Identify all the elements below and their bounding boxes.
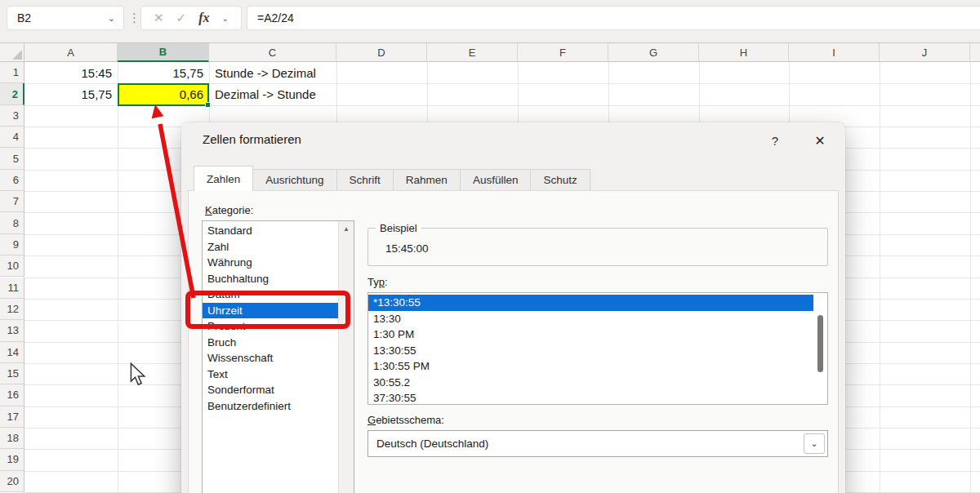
formula-bar: B2 ⌄ ⋮ ✕ ✓ fx ⌄ =A2/24 [0, 0, 980, 42]
cell-B1[interactable]: 15,75 [118, 62, 209, 83]
type-scrollbar-thumb[interactable] [817, 315, 823, 372]
row-header-12[interactable]: 12 [0, 299, 24, 320]
category-item-standard[interactable]: Standard [203, 223, 338, 239]
insert-function-icon[interactable]: fx [198, 11, 209, 25]
tab-rahmen[interactable]: Rahmen [393, 169, 461, 191]
type-item-13-30-55[interactable]: 13:30:55 [368, 343, 813, 359]
help-button[interactable]: ? [765, 131, 785, 150]
formula-input[interactable]: =A2/24 [247, 6, 980, 30]
category-item-w-hrung[interactable]: Währung [203, 255, 338, 271]
category-item-prozent[interactable]: Prozent [203, 318, 338, 335]
row-header-8[interactable]: 8 [0, 212, 24, 233]
combobox-chevron-icon[interactable]: ⌄ [804, 433, 825, 454]
excel-window: { "colors": { "excel_green": "#107c41", … [0, 0, 980, 493]
cell-A2[interactable]: 15,75 [24, 83, 118, 104]
row-header-17[interactable]: 17 [0, 406, 24, 428]
locale-value: Deutsch (Deutschland) [376, 437, 488, 450]
column-header-h[interactable]: H [699, 42, 789, 62]
cell-C2[interactable]: Dezimal -> Stunde [209, 83, 336, 104]
type-item-1-30-pm[interactable]: 1:30 PM [368, 326, 813, 343]
type-item-1-30-55-pm[interactable]: 1:30:55 PM [368, 358, 813, 375]
name-box[interactable]: B2 ⌄ [7, 6, 124, 30]
row-header-16[interactable]: 16 [0, 384, 24, 406]
row-header-15[interactable]: 15 [0, 363, 24, 384]
type-item-13-30[interactable]: 13:30 [368, 311, 813, 327]
row-header-3[interactable]: 3 [0, 105, 24, 127]
row-header-13[interactable]: 13 [0, 320, 24, 341]
column-header-c[interactable]: C [209, 42, 336, 62]
category-item-bruch[interactable]: Bruch [203, 335, 338, 351]
category-item-wissenschaft[interactable]: Wissenschaft [203, 350, 338, 366]
column-header-d[interactable]: D [336, 42, 427, 62]
row-header-10[interactable]: 10 [0, 255, 24, 277]
column-header-b[interactable]: B [118, 42, 209, 62]
column-header-i[interactable]: I [789, 42, 880, 62]
row-header-11[interactable]: 11 [0, 278, 24, 299]
tab-ausrichtung[interactable]: Ausrichtung [252, 169, 336, 191]
cell-A1[interactable]: 15:45 [24, 62, 118, 83]
type-item-13-30-55[interactable]: *13:30:55 [368, 295, 813, 311]
category-scrollbar[interactable]: ▲ [338, 221, 354, 493]
formula-buttons: ✕ ✓ fx ⌄ [140, 6, 242, 30]
type-listbox[interactable]: *13:30:5513:301:30 PM13:30:551:30:55 PM3… [368, 292, 828, 405]
row-header-18[interactable]: 18 [0, 428, 24, 449]
tab-zahlen[interactable]: Zahlen [194, 166, 253, 191]
example-value: 15:45:00 [385, 242, 429, 255]
column-header-a[interactable]: A [24, 42, 118, 62]
more-options-icon[interactable]: ⋮ [128, 6, 140, 30]
tab-schrift[interactable]: Schrift [336, 169, 394, 191]
dialog-title: Zellen formatieren [203, 132, 301, 146]
tab-ausf-llen[interactable]: Ausfüllen [460, 169, 532, 191]
category-label: Kategorie: [205, 204, 253, 216]
row-header-7[interactable]: 7 [0, 191, 24, 212]
row-header-5[interactable]: 5 [0, 148, 24, 169]
column-header-j[interactable]: J [880, 42, 970, 62]
category-item-buchhaltung[interactable]: Buchhaltung [203, 271, 338, 287]
cancel-icon[interactable]: ✕ [154, 11, 164, 25]
row-header-4[interactable]: 4 [0, 127, 24, 148]
example-label: Beispiel [376, 222, 421, 234]
row-header-20[interactable]: 20 [0, 471, 24, 492]
row-header-14[interactable]: 14 [0, 342, 24, 363]
name-box-chevron-icon[interactable]: ⌄ [108, 13, 115, 24]
type-label: Typ: [368, 276, 388, 288]
row-header-6[interactable]: 6 [0, 170, 24, 191]
fill-handle[interactable] [205, 102, 211, 108]
close-button[interactable]: ✕ [808, 129, 832, 152]
tab-schutz[interactable]: Schutz [530, 169, 590, 191]
category-item-text[interactable]: Text [203, 366, 338, 383]
scroll-up-icon[interactable]: ▲ [339, 221, 354, 237]
name-box-value: B2 [17, 11, 31, 24]
dialog-tabs: ZahlenAusrichtungSchriftRahmenAusfüllenS… [194, 166, 590, 191]
category-item-zahl[interactable]: Zahl [203, 239, 338, 255]
locale-combobox[interactable]: Deutsch (Deutschland) ⌄ [368, 430, 828, 457]
column-header-f[interactable]: F [518, 42, 608, 62]
enter-icon[interactable]: ✓ [176, 11, 187, 25]
number-tab-panel: Kategorie: StandardZahlWährungBuchhaltun… [188, 190, 839, 493]
type-item-37-30-55[interactable]: 37:30:55 [368, 390, 813, 406]
category-listbox[interactable]: StandardZahlWährungBuchhaltungDatumUhrze… [202, 220, 354, 493]
cell-C1[interactable]: Stunde -> Dezimal [209, 62, 336, 83]
row-header-1[interactable]: 1 [0, 62, 24, 83]
category-item-benutzerdefiniert[interactable]: Benutzerdefiniert [203, 398, 338, 415]
column-header-g[interactable]: G [608, 42, 699, 62]
format-cells-dialog: Zellen formatieren ? ✕ ZahlenAusrichtung… [181, 122, 845, 493]
type-scrollbar[interactable] [813, 293, 827, 404]
row-header-2[interactable]: 2 [0, 83, 24, 104]
example-groupbox: Beispiel 15:45:00 [368, 228, 828, 266]
column-header-e[interactable]: E [427, 42, 518, 62]
column-header-k[interactable]: K [970, 42, 980, 62]
formula-text: =A2/24 [257, 11, 294, 24]
category-item-uhrzeit[interactable]: Uhrzeit [203, 303, 338, 319]
locale-label: Gebietsschema: [368, 414, 444, 426]
selected-cell-border [118, 83, 209, 105]
fx-chevron-icon[interactable]: ⌄ [222, 14, 229, 23]
row-header-19[interactable]: 19 [0, 449, 24, 470]
select-all-corner[interactable] [0, 42, 24, 62]
type-item-30-55-2[interactable]: 30:55.2 [368, 375, 813, 391]
row-header-9[interactable]: 9 [0, 234, 24, 255]
category-item-sonderformat[interactable]: Sonderformat [203, 382, 338, 398]
category-item-datum[interactable]: Datum [203, 286, 338, 303]
